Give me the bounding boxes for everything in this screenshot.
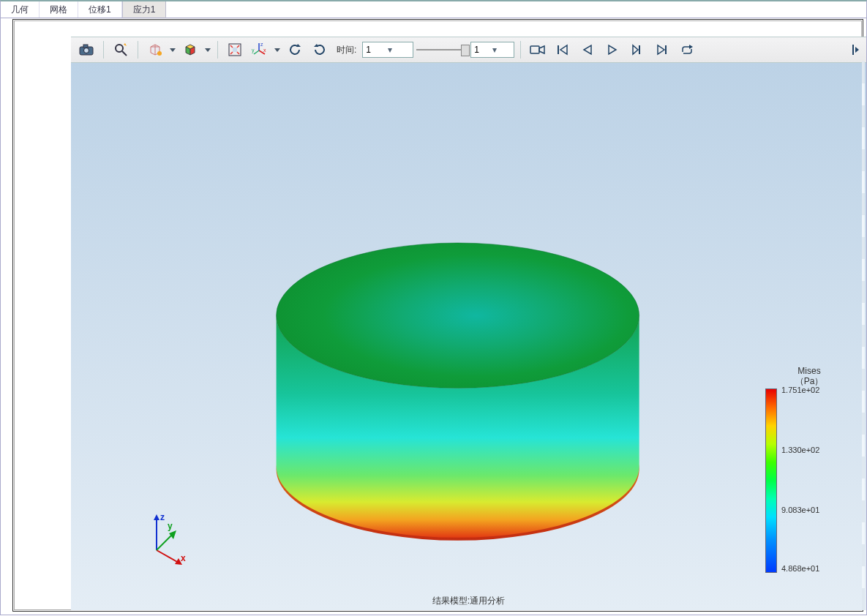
- svg-marker-29: [584, 45, 591, 54]
- tab-mesh[interactable]: 网格: [40, 1, 78, 18]
- toolbar-overflow[interactable]: [850, 40, 862, 60]
- color-legend: Mises （Pa） 1.751e+02 1.330e+02 9.083e+01…: [765, 366, 853, 571]
- tab-stress-1[interactable]: 应力1: [122, 1, 167, 18]
- fit-icon: [228, 42, 242, 57]
- svg-point-2: [84, 48, 89, 53]
- svg-rect-32: [639, 45, 640, 54]
- legend-quantity: Mises: [765, 366, 853, 376]
- legend-tick-max: 1.751e+02: [781, 386, 819, 394]
- svg-marker-30: [609, 45, 616, 54]
- svg-marker-35: [689, 45, 693, 49]
- svg-rect-27: [558, 45, 559, 54]
- svg-rect-25: [530, 46, 539, 53]
- skip-last-icon: [656, 43, 669, 56]
- xyz-icon: z y x: [252, 42, 268, 58]
- rubik-icon: [183, 42, 198, 57]
- legend-tick-min: 4.868e+01: [781, 564, 819, 573]
- loop-button[interactable]: [676, 40, 698, 60]
- slider-track: [416, 49, 468, 50]
- svg-text:y: y: [252, 48, 255, 53]
- rotate-cw-icon: [312, 42, 327, 57]
- time-combo[interactable]: 1 ▾: [362, 42, 413, 58]
- svg-marker-37: [855, 47, 859, 53]
- svg-text:x: x: [263, 48, 266, 53]
- time-slider[interactable]: [416, 42, 468, 57]
- time-value: 1: [366, 45, 388, 55]
- orientation-triad: z x y: [138, 510, 197, 571]
- play-forward-icon: [631, 43, 644, 56]
- skip-first-icon: [556, 43, 569, 56]
- fit-view-button[interactable]: [224, 40, 246, 60]
- record-button[interactable]: [527, 40, 549, 60]
- rotate-ccw-button[interactable]: [284, 40, 306, 60]
- y-axis-label: y: [168, 521, 173, 531]
- rotate-ccw-icon: [288, 42, 302, 57]
- svg-line-42: [157, 550, 179, 563]
- camcorder-icon: [530, 43, 546, 56]
- view-tabs: 几何 网格 位移1 应力1: [1, 1, 866, 18]
- snapshot-button[interactable]: [75, 40, 97, 60]
- svg-rect-36: [852, 45, 854, 55]
- selection-dropdown[interactable]: [169, 47, 176, 53]
- svg-marker-28: [560, 45, 567, 54]
- svg-rect-15: [233, 48, 237, 52]
- svg-marker-26: [539, 46, 544, 53]
- svg-point-8: [157, 51, 162, 56]
- go-first-button[interactable]: [552, 40, 574, 60]
- go-last-button[interactable]: [651, 40, 673, 60]
- svg-marker-9: [170, 48, 176, 52]
- tab-geometry[interactable]: 几何: [1, 1, 40, 18]
- svg-point-3: [116, 45, 123, 52]
- select-cube-icon: [148, 42, 162, 57]
- axes-orientation-button[interactable]: z y x: [249, 40, 271, 60]
- camera-icon: [79, 43, 94, 56]
- play-button[interactable]: [601, 40, 623, 60]
- rotate-cw-button[interactable]: [309, 40, 331, 60]
- result-viewport[interactable]: Mises （Pa） 1.751e+02 1.330e+02 9.083e+01…: [71, 61, 866, 610]
- slider-knob[interactable]: [461, 45, 470, 56]
- right-gutter: [862, 61, 865, 610]
- selection-button[interactable]: [144, 40, 166, 60]
- chevron-down-icon: ▾: [492, 45, 511, 55]
- separator: [138, 41, 138, 59]
- svg-line-4: [122, 51, 127, 56]
- play-back-icon: [581, 43, 594, 56]
- step-forward-button[interactable]: [626, 40, 648, 60]
- svg-line-17: [254, 50, 259, 54]
- magnifier-icon: [113, 42, 128, 57]
- axes-dropdown[interactable]: [274, 47, 281, 53]
- legend-tick-1: 1.330e+02: [781, 446, 819, 454]
- svg-line-44: [157, 533, 173, 550]
- legend-title: Mises （Pa）: [765, 366, 853, 387]
- color-cube-button[interactable]: [179, 40, 201, 60]
- z-axis-label: z: [160, 512, 165, 522]
- svg-marker-22: [274, 48, 280, 52]
- separator: [520, 41, 521, 59]
- step-back-button[interactable]: [577, 40, 598, 60]
- separator: [217, 41, 218, 59]
- time-label: 时间:: [337, 44, 356, 56]
- step-combo[interactable]: 1 ▾: [470, 42, 514, 58]
- app-window: 几何 网格 位移1 应力1: [0, 0, 867, 615]
- viewport-caption: 结果模型:通用分析: [71, 595, 866, 607]
- svg-rect-1: [83, 45, 88, 48]
- svg-marker-33: [658, 45, 664, 54]
- svg-text:z: z: [260, 42, 263, 47]
- svg-marker-41: [154, 514, 159, 520]
- chevron-down-icon: ▾: [388, 45, 410, 55]
- zoom-button[interactable]: [110, 40, 132, 60]
- color-dropdown[interactable]: [204, 47, 211, 53]
- loop-icon: [680, 43, 694, 56]
- x-axis-label: x: [181, 553, 186, 563]
- legend-tick-2: 9.083e+01: [781, 506, 819, 514]
- legend-ticks: 1.751e+02 1.330e+02 9.083e+01 4.868e+01: [781, 388, 853, 571]
- tab-displacement-1[interactable]: 位移1: [78, 1, 122, 18]
- svg-marker-45: [169, 530, 176, 539]
- result-toolbar: z y x 时间: 1 ▾ 1: [71, 37, 866, 63]
- svg-point-39: [277, 243, 639, 388]
- step-value: 1: [474, 45, 492, 55]
- svg-marker-31: [633, 45, 638, 54]
- colorbar: [765, 388, 777, 573]
- svg-marker-13: [205, 48, 211, 52]
- svg-rect-34: [665, 45, 667, 54]
